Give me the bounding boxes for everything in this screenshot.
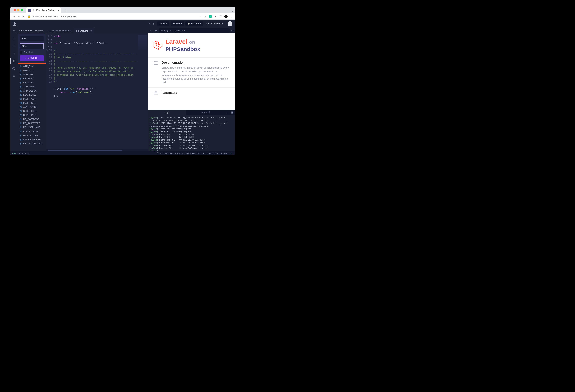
php-version[interactable]: PHP v8.0 ⌄ xyxy=(17,152,29,155)
layout-icon[interactable] xyxy=(13,22,17,25)
url-field[interactable]: phpsandbox.io/n/divine-brook-kmqx-gy3ea xyxy=(31,15,76,18)
preview-url-input[interactable]: https://gy3ea.ciroue.com/ xyxy=(159,28,230,33)
variable-name-input[interactable] xyxy=(20,36,44,41)
user-avatar[interactable] xyxy=(228,21,232,26)
env-panel-title[interactable]: ▾ Environment Variables xyxy=(18,28,46,34)
env-var-item[interactable]: ⚿DB_HOST xyxy=(18,77,46,81)
profile-avatar-icon[interactable]: ● xyxy=(224,14,228,19)
tab-terminal[interactable]: Terminal xyxy=(186,110,225,115)
rail-extensions-icon[interactable]: ✧ xyxy=(12,52,16,55)
create-notebook-button[interactable]: Create Notebook xyxy=(204,22,225,26)
forward-button[interactable]: → xyxy=(17,15,21,18)
env-var-item[interactable]: ⚿AWS_BUCKET xyxy=(18,105,46,109)
reading-list-icon[interactable]: ☰ xyxy=(219,14,223,19)
browser-tab[interactable]: PHPSandbox - Online Code Sa × xyxy=(26,7,61,13)
key-icon: ⚿ xyxy=(19,122,23,125)
panel-layout-icon[interactable]: ▣ xyxy=(230,111,235,114)
preview-forward-icon[interactable]: › xyxy=(152,29,153,32)
maximize-window-button[interactable] xyxy=(21,9,23,11)
variable-value-input[interactable] xyxy=(20,43,44,49)
preview-column: ‹ › ⟳ https://gy3ea.ciroue.com/ ⧉ Larave… xyxy=(148,28,235,151)
env-var-item[interactable]: ⚿MAIL_HOST xyxy=(18,97,46,101)
svg-point-5 xyxy=(13,62,14,62)
env-var-item[interactable]: ⚿APP_NAME xyxy=(18,85,46,89)
env-var-item[interactable]: ⚿LOG_LEVEL xyxy=(18,93,46,97)
required-checkbox-row[interactable]: Required xyxy=(20,51,44,54)
rail-files-icon[interactable]: ▢ xyxy=(12,37,16,41)
env-var-item[interactable]: ⚿DB_DATABASE xyxy=(18,117,46,121)
close-tab-icon[interactable]: × xyxy=(91,30,92,32)
documentation-card[interactable]: Documentation Laravel has wonderful, tho… xyxy=(148,57,235,88)
env-var-item[interactable]: ⚿APP_KEY xyxy=(18,69,46,72)
preview-reload-icon[interactable]: ⟳ xyxy=(155,29,157,32)
scrollbar-thumb[interactable] xyxy=(48,150,122,151)
key-icon: ⚿ xyxy=(19,105,23,109)
feedback-button[interactable]: 💬Feedback xyxy=(185,22,203,26)
rail-tools-icon[interactable]: ✕ xyxy=(12,74,16,78)
env-var-item[interactable]: ⚿DB_USERNAME xyxy=(18,125,46,129)
open-external-icon[interactable]: ⧉ xyxy=(231,29,233,32)
env-var-item[interactable]: ⚿MAIL_MAILER xyxy=(18,134,46,138)
env-var-item[interactable]: ⚿LOG_CHANNEL xyxy=(18,129,46,134)
browser-menu-icon[interactable]: ⋮ xyxy=(229,14,233,19)
install-icon[interactable]: ⤓ xyxy=(198,14,202,19)
checkbox-icon[interactable] xyxy=(20,51,22,54)
key-icon: ⚿ xyxy=(19,69,23,72)
editor-scrollbar[interactable] xyxy=(46,149,148,151)
minimap[interactable] xyxy=(137,34,148,149)
rail-info-icon[interactable]: ⓘ xyxy=(12,30,16,33)
env-var-item[interactable]: ⚿DB_CONNECTION xyxy=(18,142,46,146)
code-editor[interactable]: 1 2 3 4 5 6 7 8 9 10 11 12 13 14 15 16 1… xyxy=(46,34,148,149)
package-icon[interactable]: ⌗ xyxy=(148,22,150,25)
preview-hero: Laravel on PHPSandbox xyxy=(148,33,235,57)
file-tab-welcome[interactable]: welcome.blade.php xyxy=(46,28,74,34)
key-icon: ⚿ xyxy=(19,85,23,88)
code-area[interactable]: <?php use Illuminate\Support\Facades\Rou… xyxy=(54,34,137,149)
key-icon: ⚿ xyxy=(19,134,23,137)
lock-icon[interactable]: 🔒 xyxy=(27,15,30,18)
rail-settings-icon[interactable] xyxy=(12,59,16,63)
env-var-item[interactable]: ⚿APP_URL xyxy=(18,72,46,77)
chevron-down-icon[interactable]: ⌄ xyxy=(225,111,230,114)
svg-point-7 xyxy=(155,92,157,94)
minimize-window-button[interactable] xyxy=(17,9,20,11)
preview-back-icon[interactable]: ‹ xyxy=(150,29,151,32)
app-root: ⌗ ☼ ⎇Fork ➦Share 💬Feedback Create Notebo… xyxy=(10,20,235,155)
key-icon: ⚿ xyxy=(19,138,23,141)
rail-github-icon[interactable] xyxy=(12,67,16,70)
terminal-panel: Logs Terminal ⌄ ▣ [gy3ea] [2021-07-01 12… xyxy=(148,110,235,151)
terminal-output[interactable]: [gy3ea] [2021-07-01 12:36:34],366 CRIT S… xyxy=(148,115,235,151)
theme-icon[interactable]: ☼ xyxy=(152,22,155,25)
env-var-item[interactable]: ⚿REDIS_PORT xyxy=(18,113,46,117)
book-icon xyxy=(154,61,158,84)
close-tab-icon[interactable]: × xyxy=(58,9,59,12)
status-hint: ⓘ Use [⌘/CTRL + Enter] from the editor t… xyxy=(157,152,229,155)
tabstrip-menu-icon[interactable]: ⌄ xyxy=(230,8,235,13)
env-var-item[interactable]: ⚿APP_DEBUG xyxy=(18,89,46,93)
share-button[interactable]: ➦Share xyxy=(171,22,184,26)
bookmark-star-icon[interactable]: ☆ xyxy=(203,14,207,19)
reload-button[interactable]: ⟳ xyxy=(21,15,25,18)
laracasts-card[interactable]: Laracasts xyxy=(148,88,235,96)
env-var-item[interactable]: ⚿MAIL_PORT xyxy=(18,101,46,105)
file-tab-web[interactable]: web.php × xyxy=(74,28,94,34)
svg-point-3 xyxy=(13,60,14,60)
add-variable-button[interactable]: Add Variable xyxy=(20,55,44,61)
tab-logs[interactable]: Logs xyxy=(148,110,186,115)
rail-package-icon[interactable]: ⬡ xyxy=(12,44,16,48)
new-tab-button[interactable]: + xyxy=(63,8,68,13)
env-var-item[interactable]: ⚿DB_PORT xyxy=(18,81,46,85)
key-icon: ⚿ xyxy=(19,93,23,96)
run-icon[interactable]: ›_ xyxy=(230,152,233,155)
key-icon: ⚿ xyxy=(19,77,23,80)
extension-grammarly-icon[interactable]: G xyxy=(208,14,212,19)
fork-button[interactable]: ⎇Fork xyxy=(157,22,169,26)
env-var-item[interactable]: ⚿CACHE_DRIVER xyxy=(18,138,46,142)
env-var-item[interactable]: ⚿DB_PASSWORD xyxy=(18,121,46,125)
file-icon xyxy=(49,30,51,32)
env-var-item[interactable]: ⚿REDIS_HOST xyxy=(18,109,46,113)
env-var-item[interactable]: ⚿APP_ENV xyxy=(18,64,46,69)
back-button[interactable]: ← xyxy=(12,15,17,18)
close-window-button[interactable] xyxy=(14,9,16,11)
extensions-icon[interactable]: ✦ xyxy=(214,14,217,19)
